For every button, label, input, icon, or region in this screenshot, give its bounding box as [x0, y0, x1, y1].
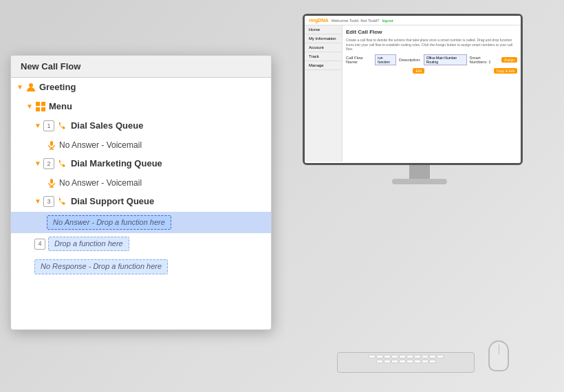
sidebar-item-account[interactable]: Account	[305, 43, 342, 52]
voicemail-2-label: No Answer - Voicemail	[59, 177, 142, 189]
num-badge-3: 3	[43, 196, 54, 207]
sidebar-item-home[interactable]: Home	[305, 25, 342, 34]
kb-row-2	[340, 360, 472, 363]
rna-welcome-text: Welcome Todd. Not Todd?	[331, 19, 379, 23]
rna-body: Home My Information Account Track Manage…	[305, 25, 521, 162]
smart-numbers-text: Smart Numbers: 1	[470, 56, 499, 64]
dial-marketing-label: Dial Marketing Queue	[71, 157, 162, 170]
tree-row-dial-marketing: ▼ 2 Dial Marketing Queue	[11, 154, 271, 173]
kb-key	[429, 360, 436, 363]
kb-key	[406, 355, 413, 358]
callflow-header: New Call Flow	[11, 56, 271, 78]
kb-key	[384, 360, 391, 363]
toggle-sales[interactable]: ▼	[34, 121, 41, 131]
tree-row-dial-support: ▼ 3 Dial Support Queue	[11, 192, 271, 211]
monitor: ringDNA Welcome Todd. Not Todd? logout H…	[303, 14, 536, 206]
svg-rect-8	[50, 179, 53, 184]
voicemail-1-label: No Answer - Voicemail	[59, 140, 142, 151]
menu-label: Menu	[49, 100, 72, 113]
tree-row-dial-sales: ▼ 1 Dial Sales Queue	[11, 116, 271, 135]
kb-key	[406, 360, 413, 363]
greeting-label: Greeting	[39, 81, 76, 94]
tree-row-no-answer-drop[interactable]: No Answer - Drop a function here	[11, 212, 271, 233]
tree-row-no-response-drop: No Response - Drop a function here	[11, 256, 271, 277]
svg-rect-2	[41, 102, 45, 106]
toggle-marketing[interactable]: ▼	[34, 159, 41, 168]
ringdna-app: ringDNA Welcome Todd. Not Todd? logout H…	[305, 16, 521, 163]
phone-icon-2	[57, 158, 68, 169]
sidebar-item-manage[interactable]: Manage	[305, 61, 342, 70]
num-badge-2: 2	[43, 158, 54, 169]
svg-rect-5	[50, 141, 53, 146]
tree-row-voicemail-1: No Answer - Voicemail	[11, 136, 271, 155]
callflow-body: ▼ Greeting ▼	[11, 78, 271, 278]
dial-support-label: Dial Support Queue	[71, 195, 154, 208]
ringdna-logo: ringDNA	[309, 18, 328, 23]
description-input[interactable]: Office Main Number Routing	[424, 54, 467, 65]
kb-key	[414, 355, 421, 358]
mouse	[488, 340, 509, 371]
kb-key	[391, 360, 398, 363]
mic-icon-2	[47, 178, 56, 188]
description-label: Description:	[399, 58, 421, 62]
drop-zone-4[interactable]: Drop a function here	[48, 237, 129, 251]
svg-rect-1	[36, 102, 40, 106]
assign-button[interactable]: Assign	[501, 57, 517, 63]
kb-row-1	[340, 355, 472, 358]
scene: ringDNA Welcome Todd. Not Todd? logout H…	[0, 0, 564, 392]
edit-button[interactable]: Edit	[413, 68, 424, 74]
svg-point-0	[29, 83, 33, 87]
mouse-line	[499, 345, 499, 354]
monitor-stand	[392, 179, 447, 184]
rna-page-title: Edit Call Flow	[346, 29, 517, 35]
keyboard	[337, 352, 475, 373]
rna-form-row: Call Flow Name: run function Description…	[346, 54, 517, 65]
tree-row-greeting: ▼ Greeting	[11, 78, 271, 97]
kb-key	[399, 360, 406, 363]
kb-key	[376, 360, 383, 363]
callflow-panel: New Call Flow ▼ Greeting ▼	[10, 55, 272, 330]
sidebar-item-my-information[interactable]: My Information	[305, 34, 342, 43]
tree-row-voicemail-2: No Answer - Voicemail	[11, 174, 271, 193]
toggle-menu[interactable]: ▼	[26, 102, 33, 111]
rna-sidebar: Home My Information Account Track Manage	[305, 25, 343, 162]
kb-key	[384, 355, 391, 358]
kb-key	[414, 360, 421, 363]
num-badge-4: 4	[34, 239, 45, 250]
grid-icon	[35, 101, 46, 112]
kb-key	[391, 355, 398, 358]
callflow-name-input[interactable]: run function	[375, 54, 396, 65]
svg-rect-3	[36, 107, 40, 111]
no-response-drop-zone[interactable]: No Response - Drop a function here	[34, 259, 168, 274]
toggle-greeting[interactable]: ▼	[17, 83, 23, 92]
rna-main-content: Edit Call Flow Create a call flow to dec…	[343, 25, 521, 162]
mic-icon-1	[47, 140, 56, 150]
rna-description: Create a call flow to decide the actions…	[346, 38, 517, 52]
tree-row-drop-4: 4 Drop a function here	[11, 233, 271, 254]
svg-rect-4	[41, 107, 45, 111]
sidebar-item-track[interactable]: Track	[305, 52, 342, 61]
copy-edit-button[interactable]: Copy & Edit	[494, 68, 517, 74]
rna-topbar: ringDNA Welcome Todd. Not Todd? logout	[305, 16, 521, 25]
person-icon	[25, 82, 36, 93]
kb-key	[376, 355, 383, 358]
no-answer-drop-zone[interactable]: No Answer - Drop a function here	[47, 215, 171, 230]
kb-key	[369, 355, 376, 358]
kb-key	[422, 360, 429, 363]
monitor-screen: ringDNA Welcome Todd. Not Todd? logout H…	[303, 14, 523, 165]
kb-key	[422, 355, 429, 358]
rna-logout-link[interactable]: logout	[382, 19, 393, 23]
kb-key	[437, 355, 444, 358]
num-badge-1: 1	[43, 120, 54, 131]
toggle-support[interactable]: ▼	[34, 197, 41, 206]
dial-sales-label: Dial Sales Queue	[71, 120, 144, 132]
kb-key	[429, 355, 436, 358]
callflow-name-label: Call Flow Name:	[346, 56, 372, 64]
kb-key	[399, 355, 406, 358]
phone-icon-3	[57, 196, 68, 207]
phone-icon-1	[57, 120, 68, 131]
tree-row-menu: ▼ Menu	[11, 97, 271, 116]
monitor-neck	[409, 165, 430, 179]
